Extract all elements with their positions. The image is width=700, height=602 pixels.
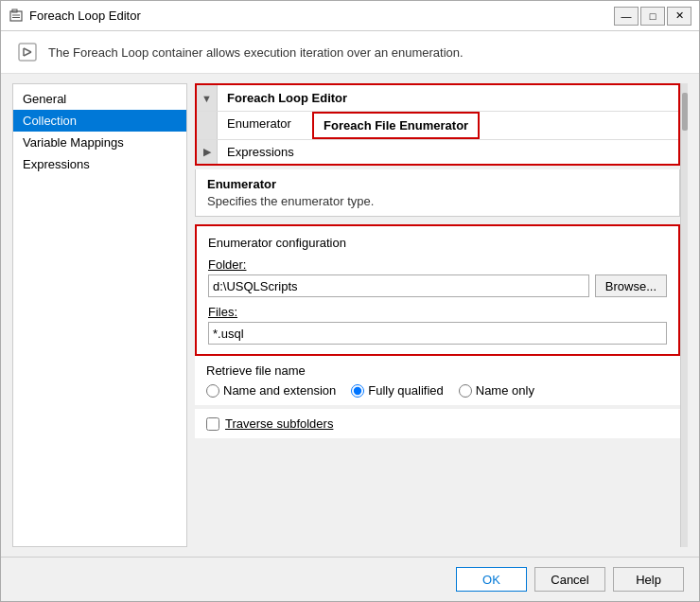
traverse-section: Traverse subfolders bbox=[195, 409, 680, 438]
sidebar-item-collection[interactable]: Collection bbox=[13, 110, 186, 132]
title-bar-left: Foreach Loop Editor bbox=[9, 9, 141, 24]
footer: OK Cancel Help bbox=[1, 557, 699, 601]
svg-rect-4 bbox=[19, 44, 36, 61]
scroll-thumb bbox=[682, 93, 688, 131]
editor-header-box: ▼ Foreach Loop Editor Enumerator Foreach… bbox=[195, 83, 680, 166]
config-title: Enumerator configuration bbox=[208, 236, 667, 250]
main-content: General Collection Variable Mappings Exp… bbox=[1, 74, 699, 557]
retrieve-title: Retrieve file name bbox=[206, 363, 669, 378]
right-scrollbar[interactable] bbox=[680, 83, 688, 547]
radio-name-only[interactable]: Name only bbox=[459, 383, 534, 398]
browse-button[interactable]: Browse... bbox=[595, 274, 667, 297]
expressions-arrow[interactable]: ▶ bbox=[197, 140, 218, 164]
enumerator-desc-title: Enumerator bbox=[207, 177, 668, 191]
enumerator-desc-box: Enumerator Specifies the enumerator type… bbox=[195, 169, 680, 217]
enumerator-row: Enumerator Foreach File Enumerator bbox=[197, 111, 678, 139]
info-icon bbox=[16, 41, 39, 63]
sidebar: General Collection Variable Mappings Exp… bbox=[12, 83, 187, 547]
editor-title: Foreach Loop Editor bbox=[218, 85, 357, 111]
info-bar: The Foreach Loop container allows execut… bbox=[1, 31, 699, 74]
help-button[interactable]: Help bbox=[613, 567, 684, 592]
info-text: The Foreach Loop container allows execut… bbox=[48, 45, 464, 60]
radio-fully-qualified-label: Fully qualified bbox=[368, 383, 444, 398]
editor-panel: ▼ Foreach Loop Editor Enumerator Foreach… bbox=[195, 83, 680, 547]
radio-name-only-label: Name only bbox=[476, 383, 534, 398]
retrieve-section: Retrieve file name Name and extension Fu… bbox=[195, 356, 680, 405]
app-icon bbox=[9, 9, 24, 24]
traverse-label: Traverse subfolders bbox=[225, 416, 333, 431]
main-window: Foreach Loop Editor — □ ✕ The Foreach Lo… bbox=[0, 0, 700, 602]
svg-line-7 bbox=[24, 52, 31, 56]
close-button[interactable]: ✕ bbox=[667, 7, 691, 26]
radio-fully-qualified-input[interactable] bbox=[351, 384, 364, 398]
folder-input[interactable] bbox=[208, 274, 589, 297]
radio-name-ext-label: Name and extension bbox=[223, 383, 336, 398]
traverse-checkbox[interactable] bbox=[206, 417, 219, 431]
radio-name-only-input[interactable] bbox=[459, 384, 472, 398]
expressions-row: ▶ Expressions bbox=[197, 139, 678, 164]
radio-group: Name and extension Fully qualified Name … bbox=[206, 383, 669, 398]
enumerator-value: Foreach File Enumerator bbox=[312, 112, 480, 139]
svg-line-6 bbox=[24, 48, 31, 52]
cancel-button[interactable]: Cancel bbox=[534, 567, 605, 592]
editor-title-row: ▼ Foreach Loop Editor bbox=[197, 85, 678, 111]
enumerator-desc-text: Specifies the enumerator type. bbox=[207, 194, 668, 208]
ok-button[interactable]: OK bbox=[456, 567, 527, 592]
sidebar-item-general[interactable]: General bbox=[13, 88, 186, 110]
radio-name-ext-input[interactable] bbox=[206, 384, 219, 398]
config-box: Enumerator configuration Folder: Browse.… bbox=[195, 224, 680, 356]
radio-name-ext[interactable]: Name and extension bbox=[206, 383, 336, 398]
files-label: Files: bbox=[208, 305, 667, 319]
window-title: Foreach Loop Editor bbox=[29, 9, 141, 23]
enumerator-row-indent bbox=[197, 112, 218, 139]
sidebar-item-expressions[interactable]: Expressions bbox=[13, 153, 186, 175]
radio-fully-qualified[interactable]: Fully qualified bbox=[351, 383, 444, 398]
maximize-button[interactable]: □ bbox=[640, 7, 665, 26]
folder-label: Folder: bbox=[208, 257, 667, 272]
minimize-button[interactable]: — bbox=[614, 7, 639, 26]
sidebar-item-variable-mappings[interactable]: Variable Mappings bbox=[13, 132, 186, 153]
enumerator-label: Enumerator bbox=[218, 112, 312, 139]
folder-row: Browse... bbox=[208, 274, 667, 297]
collapse-arrow[interactable]: ▼ bbox=[197, 85, 218, 111]
files-input[interactable] bbox=[208, 322, 667, 345]
title-bar: Foreach Loop Editor — □ ✕ bbox=[1, 1, 699, 31]
expressions-label: Expressions bbox=[218, 140, 304, 164]
window-controls: — □ ✕ bbox=[614, 7, 691, 26]
